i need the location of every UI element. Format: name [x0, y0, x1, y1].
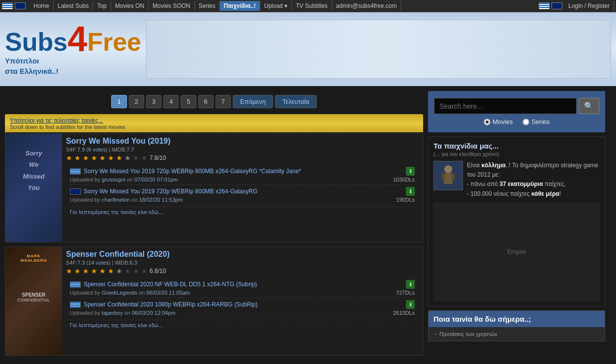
svg-rect-3	[452, 173, 455, 180]
details-link-sorry[interactable]: Για λεπτομέρειες της ταινίας κλικ εδώ...	[66, 207, 419, 217]
stars-sorry: ★ ★ ★ ★ ★ ★ ★ ★ ★ ★ 7.8/10	[66, 154, 419, 162]
nav-movies-on[interactable]: Movies ON	[111, 1, 149, 11]
subtitle-dl-row-1: Uploaded by grusssgot on 07/03/20 07:01p…	[70, 177, 415, 182]
subtitles-container-sorry: Sorry We Missed You 2019 720p WEBRip 800…	[66, 165, 419, 205]
uploader-name-1: grusssgot	[102, 177, 125, 182]
spenser-subtitle-link-2[interactable]: Spenser Confidential 2020 1080p WEBRip x…	[84, 301, 403, 308]
game-text-pre: Είναι	[467, 162, 482, 169]
spenser-dl-count-1: 727DLs	[396, 290, 415, 296]
spenser-download-icon-2[interactable]: ⬇	[406, 300, 415, 309]
logo-subs: Subs	[5, 29, 67, 55]
game-promo-section: Τα παιχνίδια μας... (... για τον ελεύθερ…	[428, 136, 605, 306]
spenser-upload-date-2: 06/03/20 12:04pm	[132, 310, 176, 316]
spenser-uploader-name-1: GreekLegends	[102, 290, 137, 296]
star9: ★	[133, 154, 139, 162]
spenser-subtitle-entry-1: Spenser Confidential 2020 NF WEB-DL DD5 …	[70, 278, 415, 298]
subtitle-dl-row-2: Uploaded by char8melon on 18/02/20 11:53…	[70, 197, 415, 203]
svg-point-0	[444, 165, 452, 173]
sstar4: ★	[91, 267, 97, 275]
logo-tagline-1: Υπότιτλοι	[5, 57, 39, 65]
rating-text-sorry: 7.8/10	[150, 154, 166, 161]
uploader-2: Uploaded by char8melon on 18/02/20 11:53…	[70, 197, 183, 203]
login-link[interactable]: Login / Register	[564, 1, 614, 11]
stars-spenser: ★ ★ ★ ★ ★ ★ ★ ★ ★ ★ 6.8/10	[66, 267, 419, 275]
movie-block-spenser: MARK WAHLBERG SPENSER CONFIDENTIAL Spens…	[5, 246, 423, 356]
nav-top[interactable]: Top	[93, 1, 111, 11]
movie-info-sorry: Sorry We Missed You (2019) S4F:7.9 (6 vo…	[62, 134, 423, 242]
download-icon-2[interactable]: ⬇	[406, 187, 415, 196]
main-container: 1 2 3 4 5 6 7 Επόμενη Τελευταία Υπότιτλο…	[0, 86, 616, 364]
movie-title-sorry[interactable]: Sorry We Missed You (2019)	[66, 137, 419, 146]
next-page-button[interactable]: Επόμενη	[233, 95, 273, 108]
subtitle-link-2[interactable]: Sorry We Missed You 2019 720p WEBRip 800…	[84, 188, 403, 195]
page-6-button[interactable]: 6	[198, 95, 214, 108]
spenser-uploader-2: Uploaded by taperboy on 06/03/20 12:04pm	[70, 310, 176, 316]
radio-movies[interactable]: Movies	[484, 118, 513, 125]
game-ad-area: Empire	[433, 203, 600, 301]
game-name-label: Empire	[507, 248, 526, 255]
nav-email[interactable]: admin@subs4free.com	[332, 1, 401, 11]
last-page-button[interactable]: Τελευταία	[275, 95, 317, 108]
sstar3: ★	[83, 267, 89, 275]
uploader-name-2: char8melon	[102, 197, 130, 203]
star2: ★	[74, 154, 81, 162]
subtitle-link-1[interactable]: Sorry We Missed You 2019 720p WEBRip 800…	[84, 168, 403, 175]
nav-home[interactable]: Home	[30, 1, 54, 11]
header-ad-banner	[146, 20, 611, 79]
movie-info-spenser: Spenser Confidential (2020) S4F:7.3 (14 …	[62, 247, 423, 355]
game-bullet1-end: παίχτες,	[543, 181, 566, 187]
promo-text: Scroll down to find subtitles for the la…	[10, 124, 418, 130]
radio-series[interactable]: Series	[523, 118, 550, 125]
nav-games[interactable]: Παιχνίδια..!	[220, 1, 260, 11]
site-header: Subs 4 Free Υπότιτλοι στα Ελληνικά..!	[0, 12, 616, 86]
nav-upload[interactable]: Upload ▾	[260, 1, 292, 11]
download-icon-1[interactable]: ⬇	[406, 167, 415, 176]
recommendation-section: Ποια ταινία θα δω σήμερα..; → Προτάσεις …	[428, 310, 605, 341]
spenser-dl-count-2: 2610DLs	[393, 310, 415, 316]
promo-link[interactable]: Υπότιτλοι για τις τελευταίες ταινίες...	[10, 117, 103, 124]
spenser-download-icon-1[interactable]: ⬇	[406, 280, 415, 289]
movie-meta-sorry: S4F:7.9 (6 votes) | iMDB:7.7	[66, 147, 419, 152]
star1: ★	[66, 154, 72, 162]
logo-box: Subs 4 Free	[5, 23, 141, 55]
page-5-button[interactable]: 5	[181, 95, 196, 108]
nav-latest[interactable]: Latest Subs	[54, 1, 93, 11]
radio-row: Movies Series	[434, 118, 599, 125]
imdb-rating-sorry: 7.7	[126, 147, 134, 152]
content-area: 1 2 3 4 5 6 7 Επόμενη Τελευταία Υπότιτλο…	[5, 91, 423, 360]
spenser-subtitle-link-1[interactable]: Spenser Confidential 2020 NF WEB-DL DD5 …	[84, 281, 403, 288]
page-4-button[interactable]: 4	[163, 95, 179, 108]
flag-gr-nav2	[539, 2, 550, 9]
page-2-button[interactable]: 2	[129, 95, 144, 108]
nav-links-left: Home Latest Subs Top Movies ON Movies SO…	[2, 1, 539, 11]
sstar9: ★	[133, 267, 139, 275]
search-button[interactable]: 🔍	[579, 98, 599, 114]
flag-uk-nav2	[552, 2, 562, 9]
star4: ★	[91, 154, 97, 162]
uploader-1: Uploaded by grusssgot on 07/03/20 07:01p…	[70, 177, 178, 182]
nav-series[interactable]: Series	[195, 1, 220, 11]
page-1-button[interactable]: 1	[111, 95, 126, 108]
rating-text-spenser: 6.8/10	[150, 268, 166, 274]
details-link-spenser[interactable]: Για λεπτομέρειες της ταινίας κλικ εδώ...	[66, 320, 419, 330]
game-bullet2-end: !	[559, 190, 561, 197]
spenser-subtitle-entry-2: Spenser Confidential 2020 1080p WEBRip x…	[70, 298, 415, 318]
dl-count-1: 1030DLs	[393, 177, 415, 182]
page-7-button[interactable]: 7	[216, 95, 231, 108]
recommendation-title-text: Ποια ταινία θα δω σήμερα..;	[433, 315, 531, 323]
page-3-button[interactable]: 3	[146, 95, 161, 108]
flag-gr-spenser2	[70, 302, 81, 308]
star6: ★	[108, 154, 114, 162]
svg-rect-2	[442, 173, 445, 180]
spenser-subtitle-main-row-1: Spenser Confidential 2020 NF WEB-DL DD5 …	[70, 280, 415, 289]
s4f-rating-spenser: 7.3	[77, 260, 85, 266]
flag-gr-sub1	[70, 168, 81, 175]
nav-tv[interactable]: TV Subtitles	[292, 1, 332, 11]
spenser-dl-row-2: Uploaded by taperboy on 06/03/20 12:04pm…	[70, 310, 415, 316]
nav-movies-soon[interactable]: Movies SOON	[149, 1, 195, 11]
movie-meta-spenser: S4F:7.3 (14 votes) | iMDB:6.3	[66, 260, 419, 266]
game-avatar	[433, 161, 463, 190]
search-input[interactable]	[434, 98, 577, 114]
dl-count-2: 190DLs	[396, 197, 415, 203]
movie-title-spenser[interactable]: Spenser Confidential (2020)	[66, 250, 419, 259]
